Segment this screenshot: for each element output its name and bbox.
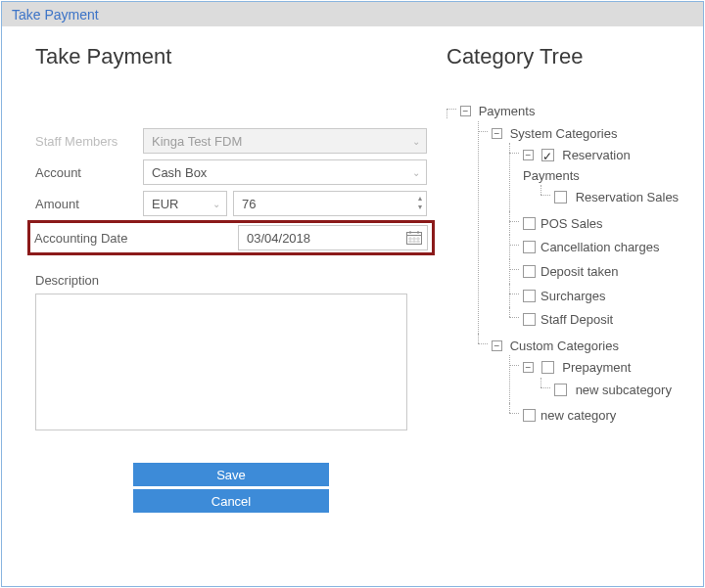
checkbox-prepayment[interactable] — [541, 361, 554, 374]
account-label: Account — [35, 165, 143, 180]
take-payment-window: Take Payment Take Payment Staff Members … — [1, 1, 704, 587]
checkbox-pos-sales[interactable] — [523, 217, 536, 230]
tree-item-label[interactable]: new category — [540, 408, 616, 423]
staff-members-label: Staff Members — [35, 134, 143, 149]
checkbox-deposit-taken[interactable] — [523, 265, 536, 278]
tree-node-payments[interactable]: Payments — [479, 104, 536, 118]
form-heading: Take Payment — [35, 44, 427, 69]
window-titlebar: Take Payment — [2, 2, 703, 26]
category-tree: − Payments − System Categories − Reserva… — [446, 99, 683, 431]
currency-select[interactable]: EUR ⌄ — [143, 191, 227, 216]
checkbox-new-subcategory[interactable] — [554, 384, 567, 396]
staff-members-value: Kinga Test FDM — [152, 134, 242, 149]
checkbox-staff-deposit[interactable] — [523, 313, 536, 326]
tree-item-label[interactable]: Deposit taken — [540, 264, 619, 279]
collapse-icon[interactable]: − — [492, 340, 502, 351]
accounting-date-input[interactable]: 03/04/2018 — [238, 225, 428, 250]
amount-label: Amount — [35, 197, 143, 211]
tree-item-label[interactable]: Reservation Payments — [523, 148, 631, 183]
tree-item-label[interactable]: new subcategory — [576, 382, 672, 396]
tree-node-system-categories[interactable]: System Categories — [510, 125, 618, 140]
amount-value: 76 — [242, 197, 256, 211]
category-tree-panel: Category Tree − Payments − System Catego… — [446, 44, 683, 576]
tree-item-label[interactable]: Prepayment — [562, 360, 631, 375]
description-label: Description — [35, 273, 427, 288]
tree-heading: Category Tree — [446, 44, 683, 69]
checkbox-surcharges[interactable] — [523, 290, 536, 302]
tree-item-label[interactable]: Cancellation charges — [540, 240, 659, 254]
chevron-down-icon: ⌄ — [412, 167, 420, 178]
checkbox-new-category[interactable] — [523, 409, 536, 422]
form-panel: Take Payment Staff Members Kinga Test FD… — [16, 44, 446, 576]
accounting-date-label: Accounting Date — [34, 231, 142, 246]
accounting-date-value: 03/04/2018 — [247, 231, 310, 246]
checkbox-cancellation-charges[interactable] — [523, 241, 536, 253]
description-textarea[interactable] — [35, 294, 407, 430]
tree-item-label[interactable]: Reservation Sales — [576, 190, 680, 204]
calendar-icon[interactable] — [406, 231, 422, 245]
accounting-date-highlight: Accounting Date 03/04/2018 — [27, 220, 435, 255]
tree-node-custom-categories[interactable]: Custom Categories — [510, 338, 619, 352]
account-select[interactable]: Cash Box ⌄ — [143, 159, 427, 185]
stepper-icon[interactable]: ▴▾ — [418, 194, 422, 211]
checkbox-reservation-payments[interactable] — [541, 149, 554, 161]
collapse-icon[interactable]: − — [492, 128, 502, 139]
collapse-icon[interactable]: − — [460, 106, 471, 116]
cancel-button[interactable]: Cancel — [133, 489, 329, 513]
tree-item-label[interactable]: Surcharges — [540, 288, 605, 302]
window-title: Take Payment — [12, 7, 99, 23]
collapse-icon[interactable]: − — [523, 362, 534, 373]
collapse-icon[interactable]: − — [523, 150, 534, 160]
amount-input[interactable]: 76 ▴▾ — [233, 191, 427, 216]
checkbox-reservation-sales[interactable] — [554, 191, 567, 204]
staff-members-select: Kinga Test FDM ⌄ — [143, 128, 427, 154]
chevron-down-icon: ⌄ — [212, 199, 220, 209]
chevron-down-icon: ⌄ — [412, 136, 420, 147]
save-button[interactable]: Save — [133, 463, 329, 486]
tree-item-label[interactable]: Staff Deposit — [540, 312, 613, 327]
currency-value: EUR — [152, 197, 178, 211]
tree-item-label[interactable]: POS Sales — [540, 215, 603, 230]
account-value: Cash Box — [152, 165, 207, 180]
